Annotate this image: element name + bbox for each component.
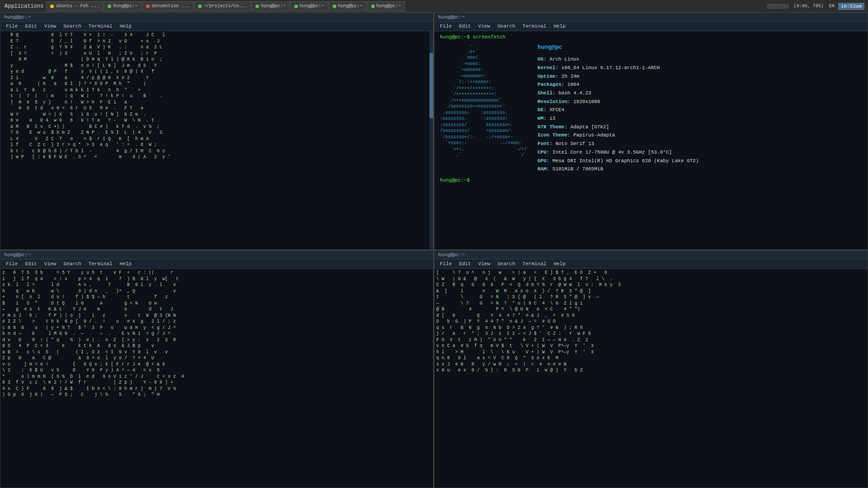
menu-bl-file[interactable]: File [2, 260, 21, 267]
taskbar-window-2[interactable]: Genymotion ... [142, 1, 193, 11]
taskbar-window-3[interactable]: ~/projects/co... [194, 1, 251, 11]
taskbar-window-4[interactable]: hung@pc:~ [251, 1, 289, 11]
taskbar-window-1[interactable]: hung@pc:~ [104, 1, 142, 11]
terminal-br-content[interactable]: [ \ 7 u ^ n j w > | a < E ] $ T _ E D Z … [434, 269, 868, 488]
terminal-tr-title: hung@pc:~ [438, 14, 465, 20]
menu-terminal[interactable]: Terminal [85, 23, 116, 30]
menu-tr-view[interactable]: View [475, 23, 494, 30]
info-row-11: CPU: Intel Core i7-7500U @ 4x 3.5GHz [53… [538, 148, 698, 157]
info-row-8: GTK Theme: Adapta [GTK2] [538, 123, 698, 131]
info-value-9: Papirus-Adapta [571, 132, 615, 138]
taskbar-window-0[interactable]: ubuntu - Feh ... [46, 1, 103, 11]
terminal-top-right: hung@pc:~ File Edit View Search Terminal… [434, 13, 868, 250]
info-row-3: Packages: 1064 [538, 80, 698, 89]
info-row-12: GPU: Mesa DRI Intel(R) HD Graphics 620 (… [538, 157, 698, 165]
info-value-4: bash 4.4.23 [556, 90, 591, 96]
menu-br-terminal[interactable]: Terminal [519, 260, 550, 267]
terminal-bottom-left: hung@pc:~ File Edit View Search Terminal… [0, 250, 434, 488]
menu-br-file[interactable]: File [436, 260, 455, 267]
info-value-0: Arch Linux [547, 56, 580, 62]
menu-tr-edit[interactable]: Edit [455, 23, 474, 30]
taskbar-clock: 10:53am [838, 3, 864, 10]
menu-help[interactable]: Help [116, 23, 135, 30]
terminal-bl-content[interactable]: z 0 T S 3 b = 5 Y y u h t v F + c : (| r… [0, 269, 433, 488]
taskbar-window-label-1: hung@pc:~ [113, 4, 137, 9]
menu-bl-search[interactable]: Search [60, 260, 85, 267]
terminal-tl-titlebar: hung@pc:~ [0, 13, 433, 22]
terminal-br-titlebar: hung@pc:~ [434, 251, 868, 259]
info-label-6: DE: [538, 107, 547, 113]
taskbar-window-label-7: hung@pc:~ [377, 4, 401, 9]
info-value-6: XFCE4 [547, 107, 565, 113]
taskbar-window-dot-0 [50, 5, 54, 8]
menu-bl-terminal[interactable]: Terminal [85, 260, 116, 267]
info-row-5: Resolution: 868x488 [538, 98, 698, 106]
menu-tr-file[interactable]: File [436, 23, 455, 30]
terminal-bottom-right: hung@pc:~ File Edit View Search Terminal… [434, 250, 868, 488]
info-label-12: GPU: [538, 158, 549, 164]
menu-view[interactable]: View [41, 23, 60, 30]
menu-tr-search[interactable]: Search [494, 23, 519, 30]
info-label-5: Resolution: [538, 99, 571, 104]
taskbar-window-label-6: hung@pc:~ [338, 4, 363, 9]
terminal-br-title: hung@pc:~ [438, 252, 465, 258]
menu-bl-edit[interactable]: Edit [21, 260, 40, 267]
menu-edit[interactable]: Edit [21, 23, 40, 30]
info-label-4: Shell: [538, 90, 556, 96]
menu-file[interactable]: File [2, 23, 21, 30]
screenfetch-art: -` .o+` `ooo/ `+oooo: `+oooooo: -+oooooo… [440, 42, 527, 174]
applications-menu[interactable]: Applications [2, 2, 46, 10]
info-value-7: i3 [547, 116, 556, 121]
taskbar-window-dot-5 [294, 5, 298, 8]
scrollbar-thumb-tl[interactable] [429, 53, 433, 118]
menu-br-edit[interactable]: Edit [455, 260, 474, 267]
info-row-10: Font: Noto Serif 13 [538, 140, 698, 148]
info-row-6: DE: XFCE4 [538, 106, 698, 114]
menu-bl-help[interactable]: Help [116, 260, 135, 267]
taskbar-window-7[interactable]: hung@pc:~ [367, 1, 405, 11]
menu-br-search[interactable]: Search [494, 260, 519, 267]
terminal-tr-menubar: File Edit View Search Terminal Help [434, 22, 868, 31]
info-label-0: OS: [538, 56, 547, 62]
taskbar-window-6[interactable]: hung@pc:~ [329, 1, 367, 11]
info-value-1: x86_64 Linux 6.17.12-arch1-1-ARCH [558, 65, 660, 70]
taskbar-window-dot-7 [371, 5, 375, 8]
menu-tr-terminal[interactable]: Terminal [519, 23, 550, 30]
info-value-13: 5101MiB / 7865MiB [549, 166, 603, 172]
scrollbar-tl[interactable] [429, 31, 433, 249]
screenfetch-prompt2: hung@pc:~$ ​ [440, 177, 862, 184]
terminal-tl-content[interactable]: R Q 0 l Y T V > 1 ! - 3 4 J C l E 7 5 / … [0, 31, 433, 249]
taskbar-window-dot-2 [146, 5, 150, 8]
terminal-bl-title: hung@pc:~ [4, 252, 31, 258]
terminal-tr-titlebar: hung@pc:~ [434, 13, 868, 22]
terminal-br-menubar: File Edit View Search Terminal Help [434, 259, 868, 269]
screenfetch-body: -` .o+` `ooo/ `+oooo: `+oooooo: -+oooooo… [440, 42, 862, 174]
terminal-tl-title: hung@pc:~ [4, 14, 31, 20]
screenfetch-hostname: hung@pc [538, 42, 698, 52]
info-label-8: GTK Theme: [538, 124, 567, 130]
info-row-0: OS: Arch Linux [538, 55, 698, 64]
taskbar-right: ⬛⬛⬛⬛ (0:00, 79%) EN 10:53am [765, 3, 868, 10]
info-label-9: Icon Theme: [538, 132, 571, 138]
info-row-1: Kernel: x86_64 Linux 6.17.12-arch1-1-ARC… [538, 64, 698, 72]
info-row-13: RAM: 5101MiB / 7865MiB [538, 165, 698, 174]
taskbar: Applications ubuntu - Feh ...hung@pc:~Ge… [0, 0, 868, 13]
taskbar-lang: EN [827, 4, 836, 9]
menu-bl-view[interactable]: View [41, 260, 60, 267]
main-layout: hung@pc:~ File Edit View Search Terminal… [0, 13, 868, 488]
taskbar-window-label-0: ubuntu - Feh ... [56, 4, 99, 9]
terminal-tl-menubar: File Edit View Search Terminal Help [0, 22, 433, 31]
taskbar-battery: (0:00, 79%) [792, 4, 826, 9]
info-value-8: Adapta [GTK2] [567, 124, 609, 130]
info-value-3: 1064 [564, 82, 579, 87]
menu-search[interactable]: Search [60, 23, 85, 30]
info-value-2: 2h 24m [558, 74, 579, 79]
info-row-2: Uptime: 2h 24m [538, 72, 698, 81]
menu-tr-help[interactable]: Help [550, 23, 569, 30]
taskbar-window-5[interactable]: hung@pc:~ [290, 1, 328, 11]
menu-br-help[interactable]: Help [550, 260, 569, 267]
terminal-tr-content[interactable]: hung@pc:~$ screenfetch -` .o+` `ooo/ `+o… [434, 31, 868, 249]
info-label-2: Uptime: [538, 74, 558, 79]
menu-br-view[interactable]: View [475, 260, 494, 267]
screenfetch-prompt: hung@pc:~$ screenfetch [440, 34, 862, 41]
